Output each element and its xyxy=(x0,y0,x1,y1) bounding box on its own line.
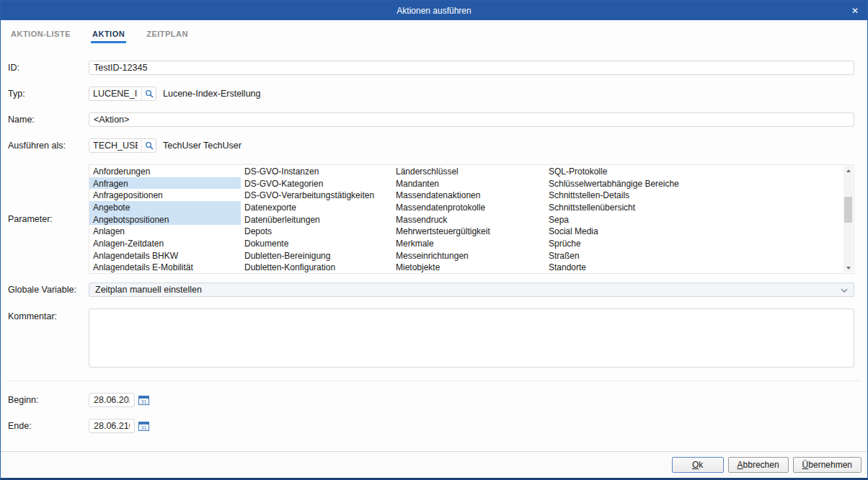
dialog-window: Aktionen ausführen ✕ AKTION-LISTE AKTION… xyxy=(0,0,868,480)
apply-button-label: Übernehmen xyxy=(802,460,852,470)
parameter-item[interactable]: DS-GVO-Verarbeitungstätigkeiten xyxy=(241,189,392,201)
parameter-list: Anforderungen Anfragen Anfragepositionen… xyxy=(89,164,854,274)
parameter-item[interactable]: Datenüberleitungen xyxy=(241,213,392,226)
typ-row: Typ: Lucene-Index-Erstellung xyxy=(8,86,854,101)
parameter-item[interactable]: Schnittstellenübersicht xyxy=(545,201,843,213)
parameter-item[interactable]: Mietobjekte xyxy=(392,261,545,273)
globale-variable-select[interactable]: Zeitplan manuell einstellen xyxy=(89,283,854,297)
scrollbar[interactable] xyxy=(843,166,853,272)
svg-text:31: 31 xyxy=(141,399,147,404)
name-input[interactable] xyxy=(89,112,854,127)
cancel-button[interactable]: Abbrechen xyxy=(728,457,789,473)
parameter-item[interactable]: Straßen xyxy=(545,249,843,262)
kommentar-row: Kommentar: xyxy=(8,308,854,368)
ok-button[interactable]: Ok xyxy=(672,457,724,473)
ausfuehren-als-lookup-field xyxy=(89,138,156,153)
parameter-item[interactable]: Anlagen-Zeitdaten xyxy=(89,237,241,249)
close-icon[interactable]: ✕ xyxy=(843,1,867,20)
parameter-item[interactable]: Anlagen xyxy=(89,225,241,237)
parameter-item[interactable]: Massendruck xyxy=(392,213,545,226)
scroll-track[interactable] xyxy=(843,175,853,263)
parameter-column-1: Anforderungen Anfragen Anfragepositionen… xyxy=(89,165,241,273)
globale-variable-row: Globale Variable: Zeitplan manuell einst… xyxy=(8,283,854,297)
parameter-row: Parameter: Anforderungen Anfragen Anfrag… xyxy=(8,164,854,274)
parameter-item[interactable]: Sprüche xyxy=(545,237,843,249)
beginn-date-input[interactable] xyxy=(89,393,135,407)
parameter-item[interactable]: DS-GVO-Kategorien xyxy=(241,177,392,190)
parameter-item[interactable]: Mandanten xyxy=(392,177,545,190)
scroll-up-icon[interactable] xyxy=(843,166,853,175)
typ-lookup-field xyxy=(89,86,156,101)
parameter-item[interactable]: Anlagendetails E-Mobilität xyxy=(89,261,241,273)
svg-text:31: 31 xyxy=(141,425,147,430)
calendar-icon[interactable]: 31 xyxy=(138,421,149,431)
globale-variable-value: Zeitplan manuell einstellen xyxy=(95,285,202,295)
tab-aktion-liste[interactable]: AKTION-LISTE xyxy=(9,30,72,43)
apply-button[interactable]: Übernehmen xyxy=(793,457,862,473)
search-icon[interactable] xyxy=(141,139,156,152)
parameter-item[interactable]: Dubletten-Konfiguration xyxy=(241,261,392,273)
parameter-item-selected[interactable]: Angebotspositionen xyxy=(89,213,241,226)
ende-label: Ende: xyxy=(8,421,89,431)
id-label: ID: xyxy=(8,63,89,73)
ausfuehren-als-label: Ausführen als: xyxy=(8,141,89,151)
parameter-item[interactable]: Depots xyxy=(241,225,392,237)
chevron-down-icon xyxy=(841,285,848,295)
parameter-item[interactable]: Länderschlüssel xyxy=(392,165,545,177)
ausfuehren-als-row: Ausführen als: TechUser TechUser xyxy=(8,138,854,153)
parameter-item[interactable]: Schlüsselwertabhängige Bereiche xyxy=(545,177,843,190)
ende-row: Ende: 31 xyxy=(8,419,854,433)
cancel-button-label: Abbrechen xyxy=(738,460,779,470)
ok-button-label: Ok xyxy=(681,460,714,470)
typ-code-input[interactable] xyxy=(89,87,141,100)
form-area: ID: Typ: Lucene-Index-Erstellung Name: A… xyxy=(1,43,867,451)
parameter-item[interactable]: Sepa xyxy=(545,213,843,226)
tab-aktion[interactable]: AKTION xyxy=(91,30,126,43)
typ-description: Lucene-Index-Erstellung xyxy=(163,89,261,99)
globale-variable-label: Globale Variable: xyxy=(8,285,89,295)
scroll-thumb[interactable] xyxy=(844,197,852,223)
parameter-item[interactable]: Anforderungen xyxy=(89,165,241,177)
tab-zeitplan[interactable]: ZEITPLAN xyxy=(145,30,190,43)
name-row: Name: xyxy=(8,112,854,127)
parameter-item[interactable]: Anlagendetails BHKW xyxy=(89,249,241,262)
calendar-icon[interactable]: 31 xyxy=(138,395,149,405)
parameter-column-2: DS-GVO-Instanzen DS-GVO-Kategorien DS-GV… xyxy=(241,165,392,273)
divider xyxy=(6,381,860,381)
parameter-item[interactable]: Datenexporte xyxy=(241,201,392,213)
parameter-item[interactable]: Anfragepositionen xyxy=(89,189,241,201)
ende-date-input[interactable] xyxy=(89,419,135,433)
parameter-item-selected[interactable]: Angebote xyxy=(89,201,241,213)
parameter-item[interactable]: SQL-Protokolle xyxy=(545,165,843,177)
id-row: ID: xyxy=(8,61,854,75)
parameter-label: Parameter: xyxy=(8,214,89,224)
parameter-item[interactable]: Standorte xyxy=(545,261,843,273)
ausfuehren-als-description: TechUser TechUser xyxy=(163,141,242,151)
window-title: Aktionen ausführen xyxy=(397,6,471,16)
parameter-item[interactable]: Dokumente xyxy=(241,237,392,249)
ausfuehren-als-code-input[interactable] xyxy=(89,139,141,152)
typ-label: Typ: xyxy=(8,89,89,99)
id-input[interactable] xyxy=(89,61,854,75)
parameter-item[interactable]: Merkmale xyxy=(392,237,545,249)
beginn-row: Beginn: 31 xyxy=(8,393,854,407)
parameter-item[interactable]: Massendatenaktionen xyxy=(392,189,545,201)
parameter-item-selected[interactable]: Anfragen xyxy=(89,177,241,190)
parameter-item[interactable]: Massendatenprotokolle xyxy=(392,201,545,213)
parameter-column-3: Länderschlüssel Mandanten Massendatenakt… xyxy=(392,165,545,273)
scroll-down-icon[interactable] xyxy=(843,263,853,272)
button-bar: Ok Abbrechen Übernehmen xyxy=(1,451,867,478)
parameter-item[interactable]: Messeinrichtungen xyxy=(392,249,545,262)
parameter-item[interactable]: Schnittstellen-Details xyxy=(545,189,843,201)
parameter-column-4: SQL-Protokolle Schlüsselwertabhängige Be… xyxy=(545,165,843,273)
parameter-item[interactable]: Social Media xyxy=(545,225,843,237)
beginn-label: Beginn: xyxy=(8,395,89,405)
kommentar-label: Kommentar: xyxy=(8,311,89,321)
tab-bar: AKTION-LISTE AKTION ZEITPLAN xyxy=(1,20,867,43)
parameter-item[interactable]: DS-GVO-Instanzen xyxy=(241,165,392,177)
parameter-item[interactable]: Mehrwertsteuergültigkeit xyxy=(392,225,545,237)
kommentar-textarea[interactable] xyxy=(89,308,854,368)
search-icon[interactable] xyxy=(141,87,156,100)
parameter-item[interactable]: Dubletten-Bereinigung xyxy=(241,249,392,262)
name-label: Name: xyxy=(8,115,89,125)
